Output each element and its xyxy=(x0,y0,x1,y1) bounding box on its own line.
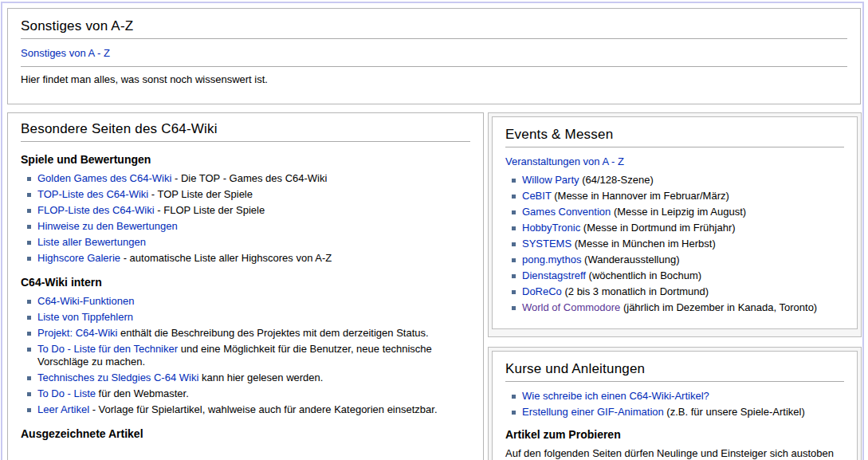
wiki-link[interactable]: Hinweise zu den Bewertungen xyxy=(37,220,178,232)
item-description: - Vorlage für Spielartikel, wahlweise au… xyxy=(89,403,437,415)
wiki-link[interactable]: pong.mythos xyxy=(522,254,581,265)
item-description: (Messe in München im Herbst) xyxy=(571,238,716,250)
section-heading-ausgezeichnete: Ausgezeichnete Artikel xyxy=(21,427,470,440)
wiki-link[interactable]: Wie schreibe ich einen C64-Wiki-Artikel? xyxy=(522,390,709,402)
list-item: Leer Artikel - Vorlage für Spielartikel,… xyxy=(27,403,470,416)
wiki-link[interactable]: Highscore Galerie xyxy=(37,252,120,264)
kurse-box: Kurse und Anleitungen Wie schreibe ich e… xyxy=(492,351,858,460)
wiki-link[interactable]: To Do - Liste xyxy=(37,387,96,399)
list-item: Liste von Tippfehlern xyxy=(27,311,470,324)
wiki-link[interactable]: Projekt: C64-Wiki xyxy=(37,327,117,339)
item-description: - FLOP Liste der Spiele xyxy=(155,204,265,216)
list-item: Games Convention (Messe in Leipzig im Au… xyxy=(512,206,844,218)
wiki-link[interactable]: SYSTEMS xyxy=(522,238,571,250)
item-description: (jährlich im Dezember in Kanada, Toronto… xyxy=(620,301,817,313)
list-item: To Do - Liste für den Techniker und eine… xyxy=(27,343,470,368)
wiki-link[interactable]: Willow Party xyxy=(522,174,579,186)
list-item: TOP-Liste des C64-Wiki - TOP Liste der S… xyxy=(27,188,470,201)
divider xyxy=(21,66,847,67)
section-heading-intern: C64-Wiki intern xyxy=(21,276,470,289)
wiki-link[interactable]: FLOP-Liste des C64-Wiki xyxy=(37,204,155,216)
wiki-link[interactable]: Golden Games des C64-Wiki xyxy=(37,172,171,184)
item-description: (64/128-Szene) xyxy=(579,174,654,186)
list-item: Dienstagstreff (wöchentlich in Bochum) xyxy=(512,269,844,282)
list-item: pong.mythos (Wanderausstellung) xyxy=(512,254,844,266)
item-description: für den Webmaster. xyxy=(96,387,189,399)
item-description: (z.B. für unsere Spiele-Artikel) xyxy=(664,406,805,418)
page-frame: Sonstiges von A-Z Sonstiges von A - Z Hi… xyxy=(1,2,864,460)
item-description: (Messe in Dortmund im Frühjahr) xyxy=(580,222,735,234)
list-item: Liste aller Bewertungen xyxy=(27,236,470,249)
list-item: Golden Games des C64-Wiki - Die TOP - Ga… xyxy=(27,172,470,185)
list-item: World of Commodore (jährlich im Dezember… xyxy=(512,301,844,314)
item-description: - Die TOP - Games des C64-Wiki xyxy=(171,172,327,184)
sonstiges-box-title: Sonstiges von A-Z xyxy=(21,18,847,39)
events-box: Events & Messen Veranstaltungen von A - … xyxy=(492,116,858,329)
wiki-link[interactable]: To Do - Liste für den Techniker xyxy=(37,343,178,355)
wiki-link[interactable]: Liste aller Bewertungen xyxy=(37,236,146,248)
item-description: - automatische Liste aller Highscores vo… xyxy=(120,252,332,264)
item-description: (Wanderausstellung) xyxy=(581,254,679,265)
list-item: CeBIT (Messe in Hannover im Februar/März… xyxy=(512,190,844,202)
wiki-link[interactable]: Leer Artikel xyxy=(37,403,89,415)
list-item: Projekt: C64-Wiki enthält die Beschreibu… xyxy=(27,327,470,340)
item-description: kann hier gelesen werden. xyxy=(198,372,323,383)
sonstiges-box: Sonstiges von A-Z Sonstiges von A - Z Hi… xyxy=(7,8,861,104)
list-item: Technisches zu Sledgies C-64 Wiki kann h… xyxy=(27,372,470,384)
list-item: Willow Party (64/128-Szene) xyxy=(512,174,844,187)
list-item: DoReCo (2 bis 3 monatlich in Dortmund) xyxy=(512,285,844,298)
item-description: (2 bis 3 monatlich in Dortmund) xyxy=(562,285,709,297)
wiki-link[interactable]: CeBIT xyxy=(522,190,552,202)
list-item: Wie schreibe ich einen C64-Wiki-Artikel? xyxy=(512,390,844,403)
spiele-list: Golden Games des C64-Wiki - Die TOP - Ga… xyxy=(21,172,470,265)
wiki-link[interactable]: Dienstagstreff xyxy=(522,269,586,281)
list-item: To Do - Liste für den Webmaster. xyxy=(27,387,470,400)
intern-list: C64-Wiki-FunktionenListe von Tippfehlern… xyxy=(21,295,470,416)
list-item: Erstellung einer GIF-Animation (z.B. für… xyxy=(512,406,844,419)
item-description: (Messe in Leipzig im August) xyxy=(611,206,746,218)
wiki-link[interactable]: Technisches zu Sledgies C-64 Wiki xyxy=(37,372,198,383)
list-item: SYSTEMS (Messe in München im Herbst) xyxy=(512,238,844,250)
events-box-title: Events & Messen xyxy=(505,127,844,147)
kurse-list: Wie schreibe ich einen C64-Wiki-Artikel?… xyxy=(505,390,844,419)
list-item: Highscore Galerie - automatische Liste a… xyxy=(27,252,470,265)
wiki-link[interactable]: Erstellung einer GIF-Animation xyxy=(522,406,664,418)
sonstiges-az-link[interactable]: Sonstiges von A - Z xyxy=(21,47,110,59)
wiki-link[interactable]: TOP-Liste des C64-Wiki xyxy=(37,188,148,200)
sonstiges-description: Hier findet man alles, was sonst noch wi… xyxy=(21,73,847,85)
list-item: C64-Wiki-Funktionen xyxy=(27,295,470,308)
section-heading-spiele: Spiele und Bewertungen xyxy=(21,153,470,166)
wiki-link[interactable]: HobbyTronic xyxy=(522,222,580,234)
wiki-link[interactable]: DoReCo xyxy=(522,285,562,297)
item-description: - TOP Liste der Spiele xyxy=(148,188,253,200)
events-list: Willow Party (64/128-Szene)CeBIT (Messe … xyxy=(505,174,844,314)
wiki-link[interactable]: Games Convention xyxy=(522,206,611,218)
events-box-outer: Events & Messen Veranstaltungen von A - … xyxy=(488,112,862,337)
probieren-description: Auf den folgenden Seiten dürfen Neulinge… xyxy=(505,447,844,459)
wiki-link[interactable]: Liste von Tippfehlern xyxy=(37,311,133,323)
besondere-seiten-title: Besondere Seiten des C64-Wiki xyxy=(21,121,470,142)
list-item: Hinweise zu den Bewertungen xyxy=(27,220,470,233)
besondere-seiten-box: Besondere Seiten des C64-Wiki Spiele und… xyxy=(7,112,484,460)
item-description: (wöchentlich in Bochum) xyxy=(586,269,701,281)
item-description: enthält die Beschreibung des Projektes m… xyxy=(117,327,428,339)
kurse-box-title: Kurse und Anleitungen xyxy=(505,361,844,382)
kurse-box-outer: Kurse und Anleitungen Wie schreibe ich e… xyxy=(488,347,862,460)
wiki-link[interactable]: C64-Wiki-Funktionen xyxy=(37,295,134,307)
item-description: (Messe in Hannover im Februar/März) xyxy=(552,190,729,202)
list-item: FLOP-Liste des C64-Wiki - FLOP Liste der… xyxy=(27,204,470,217)
wiki-link[interactable]: World of Commodore xyxy=(522,301,620,313)
veranstaltungen-az-link[interactable]: Veranstaltungen von A - Z xyxy=(505,155,624,167)
section-heading-probieren: Artikel zum Probieren xyxy=(505,428,844,441)
list-item: HobbyTronic (Messe in Dortmund im Frühja… xyxy=(512,222,844,234)
